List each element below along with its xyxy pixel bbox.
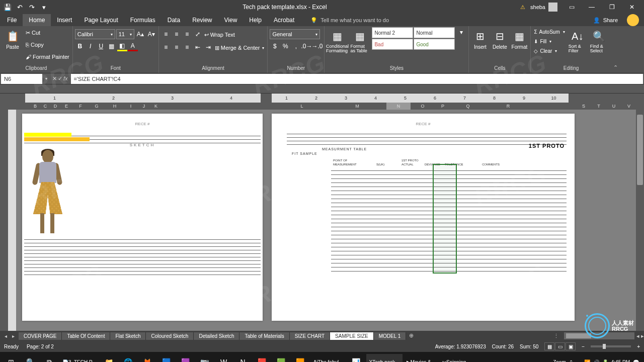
- styles-more-icon[interactable]: ▾: [456, 27, 466, 37]
- tray-chevron-icon[interactable]: ⌃: [569, 359, 573, 363]
- sheet-tab-cover[interactable]: COVER PAGE: [19, 332, 62, 340]
- tab-page-layout[interactable]: Page Layout: [78, 14, 124, 26]
- tab-nav[interactable]: ◂▸: [0, 333, 19, 339]
- taskbar-app6-icon[interactable]: 📊: [347, 354, 365, 362]
- taskbar-movies[interactable]: ▶ Movies &...: [404, 354, 438, 362]
- sort-filter-button[interactable]: A↓Sort & Filter: [568, 27, 588, 55]
- horizontal-scrollbar[interactable]: [564, 332, 634, 339]
- tray-wifi-icon[interactable]: 📶: [584, 359, 590, 363]
- tray-battery-icon[interactable]: 🔋: [602, 359, 608, 363]
- autosum-button[interactable]: ΣAutoSum▾: [533, 27, 566, 36]
- fx-icon[interactable]: fx: [63, 75, 68, 82]
- align-middle-icon[interactable]: ≡: [172, 29, 182, 39]
- search-button[interactable]: 🔍: [21, 354, 39, 362]
- taskbar-app3-icon[interactable]: 🟥: [253, 354, 271, 362]
- tray-notifications-icon[interactable]: 💬: [633, 359, 639, 363]
- wrap-text-button[interactable]: ↩Wrap Text: [203, 29, 236, 40]
- sheet-area[interactable]: RECE # SKETCH RECE # 1ST PROTO MEASURMEN…: [0, 110, 644, 331]
- sheet-tab-model1[interactable]: MODEL 1: [374, 332, 407, 340]
- maximize-icon[interactable]: ❐: [602, 0, 622, 14]
- tray-zoom[interactable]: Zoom: [553, 359, 566, 363]
- tab-formulas[interactable]: Formulas: [124, 14, 162, 26]
- orientation-icon[interactable]: ⤢: [193, 29, 203, 39]
- format-cells-button[interactable]: ▦Format: [510, 27, 528, 52]
- zoom-in-icon[interactable]: +: [637, 344, 640, 349]
- tell-me-search[interactable]: 💡Tell me what you want to do: [310, 17, 389, 24]
- percent-icon[interactable]: %: [280, 41, 290, 51]
- add-sheet-icon[interactable]: ⊕: [406, 332, 416, 340]
- style-normal2[interactable]: Normal 2: [372, 27, 413, 38]
- taskbar-app-techp[interactable]: 📄3. TECH P...: [59, 354, 99, 362]
- pending-icon[interactable]: [627, 14, 639, 26]
- merge-center-button[interactable]: ⊞Merge & Center▾: [214, 42, 266, 53]
- italic-button[interactable]: I: [86, 41, 96, 51]
- format-painter-button[interactable]: 🖌Format Painter: [25, 51, 70, 62]
- taskbar-explorer-icon[interactable]: 📁: [100, 354, 118, 362]
- taskbar-app2-icon[interactable]: 🟪: [177, 354, 195, 362]
- taskbar-app-icon[interactable]: 🟦: [157, 354, 176, 362]
- dec-decimal-icon[interactable]: →.0: [312, 41, 322, 51]
- number-format-combo[interactable]: General▾: [270, 29, 320, 39]
- account-area[interactable]: ⚠ sheba: [520, 3, 557, 12]
- bold-button[interactable]: B: [75, 41, 85, 51]
- tab-acrobat[interactable]: Acrobat: [268, 14, 300, 26]
- cancel-formula-icon[interactable]: ✕: [52, 75, 57, 82]
- formula-input[interactable]: ='SIZE CHART'!C4: [71, 74, 643, 84]
- find-select-button[interactable]: 🔍Find & Select: [589, 27, 609, 55]
- align-top-icon[interactable]: ≡: [161, 29, 171, 39]
- hscroll-thumb[interactable]: [566, 333, 591, 338]
- share-button[interactable]: 👤Share: [588, 17, 623, 24]
- system-tray[interactable]: Zoom ⌃ ☁ 📶 🔊 🔋 4:45 PM 💬: [550, 359, 642, 363]
- fill-button[interactable]: ⬇Fill▾: [533, 37, 566, 46]
- taskbar-firefox-icon[interactable]: 🦊: [138, 354, 156, 362]
- qat-more-icon[interactable]: ▾: [38, 2, 49, 13]
- row-headers[interactable]: [0, 110, 8, 331]
- border-button[interactable]: ▦: [107, 41, 117, 51]
- close-icon[interactable]: ✕: [622, 0, 642, 14]
- taskbar-onenote-icon[interactable]: N: [234, 354, 252, 362]
- align-left-icon[interactable]: ≡: [161, 42, 171, 52]
- style-normal[interactable]: Normal: [414, 27, 455, 38]
- taskbar-word-icon[interactable]: W: [215, 354, 233, 362]
- name-box[interactable]: N6: [1, 74, 42, 84]
- taskbar-app4-icon[interactable]: 🟩: [272, 354, 290, 362]
- insert-cells-button[interactable]: ⊞Insert: [471, 27, 489, 52]
- paste-button[interactable]: 📋Paste: [2, 27, 23, 52]
- sheet-tab-materials[interactable]: Table of Materials: [239, 332, 289, 340]
- clear-button[interactable]: ◇Clear▾: [533, 46, 566, 55]
- indent-inc-icon[interactable]: ⇥: [203, 42, 213, 52]
- sheet-tab-flat[interactable]: Flat Sketch: [110, 332, 146, 340]
- inc-decimal-icon[interactable]: .0→: [301, 41, 311, 51]
- format-as-table-button[interactable]: ▦Format as Table: [349, 27, 370, 55]
- task-view-icon[interactable]: ⧉: [40, 354, 58, 362]
- taskbar-app5-icon[interactable]: 🟧: [291, 354, 309, 362]
- currency-icon[interactable]: $: [270, 41, 280, 51]
- fill-color-button[interactable]: ◧: [117, 41, 127, 51]
- page-canvas[interactable]: RECE # SKETCH RECE # 1ST PROTO MEASURMEN…: [16, 110, 644, 331]
- delete-cells-button[interactable]: ⊟Delete: [491, 27, 509, 52]
- tab-split-icon[interactable]: ⋮: [550, 333, 562, 339]
- tab-view[interactable]: View: [218, 14, 244, 26]
- zoom-slider[interactable]: [591, 345, 631, 347]
- comma-icon[interactable]: ,: [291, 41, 301, 51]
- sheet-tab-samplesize[interactable]: SAMPLE SIZE: [330, 332, 374, 340]
- ribbon-display-icon[interactable]: ▭: [561, 0, 582, 14]
- sheet-tab-detailed[interactable]: Detailed Sketch: [194, 332, 239, 340]
- taskbar-edge-icon[interactable]: 🌐: [119, 354, 137, 362]
- taskbar-excel[interactable]: X Tech pack...: [366, 354, 403, 362]
- tab-insert[interactable]: Insert: [51, 14, 78, 26]
- tab-review[interactable]: Review: [186, 14, 218, 26]
- sheet-tab-toc[interactable]: Table Of Content: [62, 332, 110, 340]
- taskbar-ai[interactable]: Ai The fabul...: [310, 354, 346, 362]
- zoom-out-icon[interactable]: −: [582, 344, 585, 349]
- redo-icon[interactable]: ↷: [26, 2, 37, 13]
- style-good[interactable]: Good: [414, 39, 455, 50]
- undo-icon[interactable]: ↶: [14, 2, 25, 13]
- decrease-font-icon[interactable]: A▾: [146, 29, 156, 39]
- indent-dec-icon[interactable]: ⇤: [193, 42, 203, 52]
- sheet-tab-coloured[interactable]: Coloured Sketch: [146, 332, 194, 340]
- align-right-icon[interactable]: ≡: [182, 42, 192, 52]
- vscroll-thumb[interactable]: [637, 115, 643, 185]
- conditional-formatting-button[interactable]: ▦Conditional Formatting: [327, 27, 348, 55]
- vertical-scrollbar[interactable]: [636, 110, 644, 331]
